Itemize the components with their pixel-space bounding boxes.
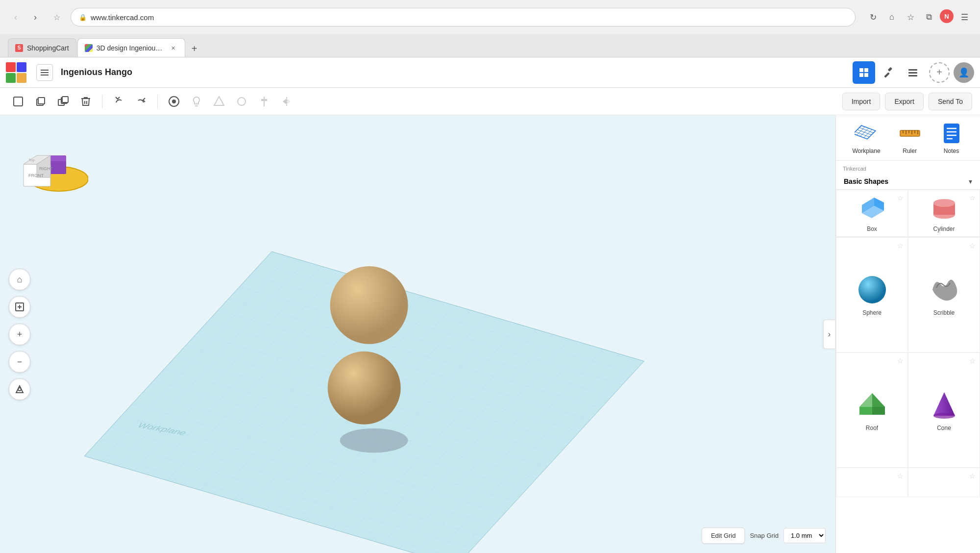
lower-sphere[interactable] bbox=[328, 352, 401, 425]
import-button[interactable]: Import bbox=[842, 93, 881, 110]
star-button[interactable]: ☆ bbox=[903, 9, 918, 25]
svg-marker-22 bbox=[283, 99, 287, 104]
sendto-button[interactable]: Send To bbox=[929, 93, 972, 110]
extra2-star-icon[interactable]: ☆ bbox=[969, 472, 976, 480]
reload-button[interactable]: ↻ bbox=[865, 9, 881, 25]
cylinder-star-icon[interactable]: ☆ bbox=[969, 194, 976, 202]
logo-cell-red bbox=[6, 62, 16, 72]
svg-rect-53 bbox=[944, 124, 959, 143]
address-bar[interactable]: 🔒 www.tinkercad.com bbox=[71, 8, 856, 26]
scribble-shape-label: Scribble bbox=[933, 309, 955, 316]
upper-sphere[interactable] bbox=[330, 266, 408, 344]
shape-item-sphere[interactable]: ☆ Sphere bbox=[836, 237, 908, 352]
roof-star-icon[interactable]: ☆ bbox=[897, 357, 904, 365]
app-header: Ingenious Hango + 👤 bbox=[0, 57, 980, 88]
browser-user-badge[interactable]: N bbox=[940, 9, 954, 23]
home-nav-button[interactable]: ⌂ bbox=[884, 9, 900, 25]
tab-favicon-tinkercad bbox=[85, 44, 93, 52]
svg-rect-7 bbox=[908, 72, 917, 74]
workplane-svg-icon bbox=[855, 122, 878, 145]
svg-marker-17 bbox=[214, 97, 224, 105]
toolbar: Import Export Send To bbox=[0, 88, 980, 115]
workplane-tool[interactable]: Workplane bbox=[852, 121, 880, 154]
view-toggle-button[interactable] bbox=[164, 91, 184, 112]
scribble-star-icon[interactable]: ☆ bbox=[969, 242, 976, 250]
back-button[interactable]: ‹ bbox=[8, 9, 24, 25]
app-menu-button[interactable] bbox=[36, 64, 53, 81]
svg-point-18 bbox=[238, 98, 245, 105]
shapes-dropdown-row[interactable]: Basic Shapes ▾ bbox=[836, 174, 980, 190]
bottom-controls: Edit Grid Snap Grid 1.0 mm 0.5 mm 0.1 mm… bbox=[702, 528, 826, 544]
circle-tool-icon bbox=[236, 96, 247, 107]
edit-grid-button[interactable]: Edit Grid bbox=[702, 528, 745, 544]
duplicate-button[interactable] bbox=[53, 91, 74, 112]
align-button[interactable] bbox=[254, 91, 274, 112]
shape-item-cone[interactable]: ☆ Cone bbox=[908, 352, 980, 468]
svg-rect-9 bbox=[14, 97, 23, 106]
shape-item-box[interactable]: ☆ Box bbox=[836, 190, 908, 237]
box-star-icon[interactable]: ☆ bbox=[897, 194, 904, 202]
panel-toggle-button[interactable]: › bbox=[823, 320, 835, 349]
hammer-view-button[interactable] bbox=[877, 61, 900, 84]
new-shape-button[interactable] bbox=[8, 91, 28, 112]
svg-point-71 bbox=[933, 413, 955, 419]
tinkercad-brand-label: Tinkercad bbox=[843, 166, 866, 172]
snap-grid-label: Snap Grid bbox=[750, 532, 779, 539]
scene-container: Workplane bbox=[0, 115, 835, 553]
ruler-tool[interactable]: Ruler bbox=[898, 121, 922, 154]
redo-button[interactable] bbox=[131, 91, 151, 112]
mirror-button[interactable] bbox=[276, 91, 297, 112]
view-toggle-icon bbox=[167, 95, 181, 108]
grid-view-button[interactable] bbox=[853, 61, 875, 84]
browser-nav-buttons: ‹ › bbox=[8, 9, 43, 25]
viewport[interactable]: FRONT RIGHT Top ⌂ + − bbox=[0, 115, 835, 553]
box-shape-icon bbox=[857, 196, 887, 222]
svg-rect-14 bbox=[62, 97, 68, 102]
layers-view-button[interactable] bbox=[902, 61, 924, 84]
copy-button[interactable] bbox=[30, 91, 51, 112]
circle-tool-button[interactable] bbox=[231, 91, 252, 112]
workplane-label: Workplane bbox=[852, 148, 880, 154]
svg-marker-67 bbox=[859, 393, 872, 407]
design-name: Ingenious Hango bbox=[61, 67, 132, 77]
svg-rect-0 bbox=[859, 68, 863, 72]
roof-shape-label: Roof bbox=[866, 425, 878, 431]
layers-icon bbox=[907, 67, 918, 78]
tab-shopping-cart[interactable]: S ShoppingCart bbox=[8, 38, 76, 57]
ssl-lock-icon: 🔒 bbox=[79, 14, 87, 21]
redo-icon bbox=[135, 96, 147, 107]
svg-point-63 bbox=[933, 199, 955, 207]
shape-item-roof[interactable]: ☆ Roof bbox=[836, 352, 908, 468]
tab-close-button[interactable]: × bbox=[169, 44, 178, 52]
shape-item-extra1[interactable]: ☆ bbox=[836, 468, 908, 497]
shape-item-extra2[interactable]: ☆ bbox=[908, 468, 980, 497]
lightbulb-icon bbox=[191, 96, 202, 107]
lightbulb-button[interactable] bbox=[186, 91, 207, 112]
undo-button[interactable] bbox=[108, 91, 129, 112]
cone-shape-label: Cone bbox=[937, 425, 951, 431]
snap-grid-select[interactable]: 1.0 mm 0.5 mm 0.1 mm 2.0 mm bbox=[784, 528, 826, 543]
tool-separator-2 bbox=[157, 95, 158, 108]
shape-item-scribble[interactable]: ☆ Scribble bbox=[908, 237, 980, 352]
tab-tinkercad[interactable]: 3D design Ingenious Hang... × bbox=[77, 38, 185, 57]
shape-tool-button[interactable] bbox=[209, 91, 229, 112]
cone-shape-icon bbox=[929, 389, 960, 421]
new-tab-button[interactable]: + bbox=[186, 40, 203, 57]
header-view-buttons bbox=[853, 61, 924, 84]
menu-button[interactable]: ☰ bbox=[956, 9, 972, 25]
user-avatar[interactable]: 👤 bbox=[954, 62, 974, 83]
cone-star-icon[interactable]: ☆ bbox=[969, 357, 976, 365]
forward-button[interactable]: › bbox=[27, 9, 43, 25]
tab-label-shopping: ShoppingCart bbox=[27, 44, 69, 52]
history-button[interactable]: ⧉ bbox=[921, 9, 937, 25]
notes-tool[interactable]: Notes bbox=[939, 121, 964, 154]
bookmark-button[interactable]: ☆ bbox=[49, 9, 65, 25]
sphere-star-icon[interactable]: ☆ bbox=[897, 242, 904, 250]
export-button[interactable]: Export bbox=[885, 93, 923, 110]
svg-rect-11 bbox=[38, 98, 45, 104]
shape-item-cylinder[interactable]: ☆ Cylinder bbox=[908, 190, 980, 237]
add-user-button[interactable]: + bbox=[929, 62, 950, 83]
extra1-star-icon[interactable]: ☆ bbox=[897, 472, 904, 480]
delete-button[interactable] bbox=[75, 91, 96, 112]
mirror-icon bbox=[281, 96, 293, 107]
